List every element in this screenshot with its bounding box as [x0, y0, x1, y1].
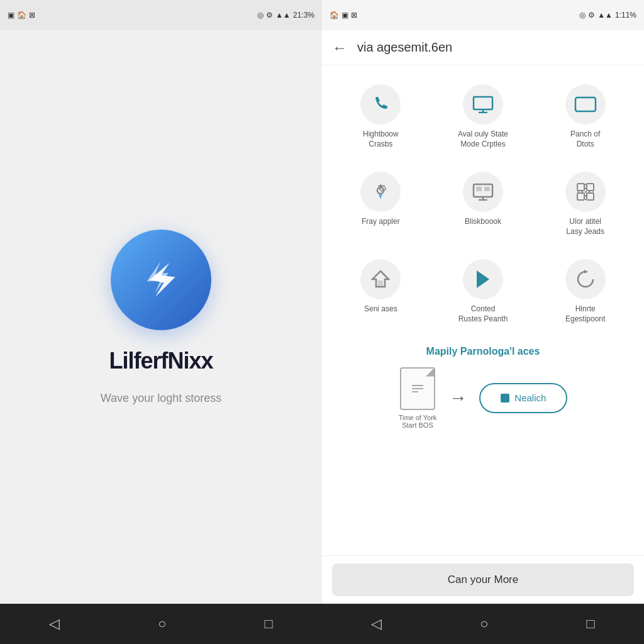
- grid-item-7[interactable]: ContedRustes Peanth: [435, 250, 532, 333]
- svg-rect-13: [587, 184, 594, 191]
- doc-icon: [400, 367, 435, 410]
- right-scroll-area[interactable]: HightboowCrasbs Aval ouly StateMode Crpt…: [322, 65, 644, 555]
- grid-dots-icon-circle: [565, 172, 606, 212]
- grid-label-5: Ulor atitelLasy Jeads: [566, 217, 604, 236]
- svg-marker-19: [477, 270, 489, 288]
- nav-bar-right: ◁ ○ □: [322, 604, 644, 644]
- back-nav-left[interactable]: ◁: [49, 616, 60, 632]
- right-panel: 🏠 ▣ ⊠ ◎ ⚙ ▲▲ 1:11% ← via agesemit.6en Hi…: [322, 0, 644, 644]
- refresh-icon-circle: [565, 259, 606, 299]
- notif-icon-right: ▣: [341, 11, 348, 19]
- home-icon-right: 🏠: [330, 11, 339, 19]
- back-nav-right[interactable]: ◁: [371, 616, 382, 632]
- signal-icon-right: ▲▲: [597, 11, 613, 19]
- bottom-button-wrap: Can your More: [322, 555, 644, 604]
- svg-rect-11: [484, 187, 490, 191]
- action-button[interactable]: Nealich: [479, 383, 567, 413]
- grid-item-3[interactable]: Fray appler: [332, 163, 430, 245]
- grid-item-1[interactable]: Aval ouly StateMode Crptles: [435, 75, 532, 158]
- settings-icon: ⚙: [266, 11, 273, 19]
- right-status-icons-right: ◎ ⚙ ▲▲ 1:11%: [579, 11, 636, 19]
- app-tagline: Wave your loght storess: [101, 392, 221, 405]
- rectangle-icon-circle: [565, 84, 606, 125]
- recents-nav-right[interactable]: □: [587, 616, 595, 632]
- svg-rect-15: [587, 193, 594, 200]
- action-btn-icon: [501, 394, 509, 402]
- svg-rect-2: [474, 97, 492, 109]
- app-name: LilferfNixx: [109, 348, 213, 374]
- monitor-grid-icon-circle: [463, 172, 503, 212]
- battery-text-left: 21:3%: [293, 11, 314, 19]
- play-icon-circle: [463, 259, 503, 299]
- status-bar-right: 🏠 ▣ ⊠ ◎ ⚙ ▲▲ 1:11%: [322, 0, 644, 30]
- right-status-icons-left: 🏠 ▣ ⊠: [330, 11, 357, 19]
- target-icon: ◎: [257, 11, 264, 19]
- grid-label-0: HightboowCrasbs: [363, 130, 399, 149]
- home-nav-left[interactable]: ○: [158, 616, 166, 632]
- bottom-button[interactable]: Can your More: [332, 564, 634, 596]
- svg-rect-18: [378, 280, 383, 287]
- svg-rect-10: [476, 187, 482, 191]
- gear-drop-icon-circle: [360, 172, 401, 212]
- home-icon-status: 🏠: [17, 11, 26, 19]
- grid-item-8[interactable]: HinrteEgestipoont: [536, 250, 634, 333]
- grid-item-0[interactable]: HightboowCrasbs: [332, 75, 430, 158]
- feature-row: Time of YorkStart BOS → Nealich: [332, 367, 634, 429]
- doc-label: Time of YorkStart BOS: [399, 414, 437, 429]
- grid-label-6: Seni ases: [364, 304, 397, 314]
- grid-label-8: HinrteEgestipoont: [565, 304, 605, 324]
- grid-item-4[interactable]: Bliskboook: [435, 163, 532, 245]
- grid-label-1: Aval ouly StateMode Crptles: [458, 130, 508, 149]
- app-logo: [111, 230, 211, 330]
- monitor-icon-circle: [463, 84, 503, 125]
- feature-grid: HightboowCrasbs Aval ouly StateMode Crpt…: [332, 75, 634, 333]
- grid-item-6[interactable]: Seni ases: [332, 250, 430, 333]
- svg-rect-14: [577, 193, 584, 200]
- logo-svg: [133, 252, 189, 308]
- grid-label-3: Fray appler: [362, 217, 400, 227]
- back-button[interactable]: ←: [332, 39, 347, 57]
- left-content: LilferfNixx Wave your loght storess: [0, 30, 322, 604]
- sync-icon: ⊠: [29, 11, 35, 19]
- svg-marker-20: [584, 270, 588, 274]
- grid-label-2: Panch ofDtots: [570, 130, 600, 149]
- arrow-icon: →: [449, 388, 467, 408]
- recents-nav-left[interactable]: □: [265, 616, 273, 632]
- grid-label-4: Bliskboook: [465, 217, 501, 227]
- top-bar-title: via agesemit.6en: [357, 40, 452, 55]
- grid-label-7: ContedRustes Peanth: [458, 304, 508, 324]
- svg-rect-12: [577, 184, 584, 191]
- house-icon-circle: [360, 259, 401, 299]
- section-title: Mapily Parnologa'l aces: [332, 346, 634, 357]
- settings-icon-right: ⚙: [588, 11, 595, 19]
- top-bar: ← via agesemit.6en: [322, 30, 644, 65]
- home-nav-right[interactable]: ○: [480, 616, 488, 632]
- action-btn-label: Nealich: [514, 392, 546, 403]
- svg-rect-5: [575, 97, 596, 111]
- right-status-left: ◎ ⚙ ▲▲ 21:3%: [257, 11, 314, 19]
- phone-icon-circle: [360, 84, 401, 125]
- status-bar-left: ▣ 🏠 ⊠ ◎ ⚙ ▲▲ 21:3%: [0, 0, 322, 30]
- target-icon-right: ◎: [579, 11, 586, 19]
- notification-icon: ▣: [8, 11, 14, 19]
- nav-bar-left: ◁ ○ □: [0, 604, 322, 644]
- left-panel: ▣ 🏠 ⊠ ◎ ⚙ ▲▲ 21:3% LilferfNixx Wave your…: [0, 0, 322, 644]
- grid-item-5[interactable]: Ulor atitelLasy Jeads: [536, 163, 634, 245]
- left-status-icons: ▣ 🏠 ⊠: [8, 11, 35, 19]
- sync-icon-right: ⊠: [351, 11, 357, 19]
- battery-text-right: 1:11%: [615, 11, 636, 19]
- grid-item-2[interactable]: Panch ofDtots: [536, 75, 634, 158]
- signal-icon: ▲▲: [275, 11, 291, 19]
- feature-doc: Time of YorkStart BOS: [399, 367, 437, 429]
